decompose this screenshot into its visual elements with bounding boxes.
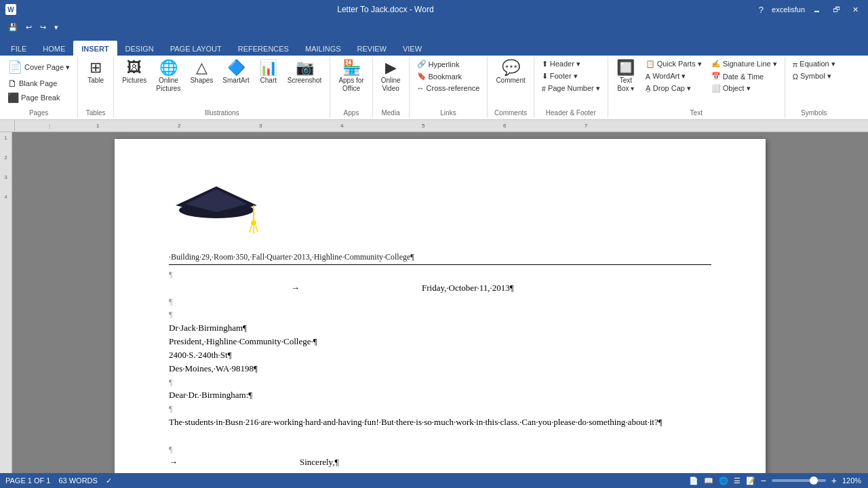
quick-parts-button[interactable]: 📋 Quick Parts ▾ [642,58,705,70]
signature-line-button[interactable]: ✍ Signature Line ▾ [708,58,781,70]
smartart-button[interactable]: 🔷 SmartArt [218,58,253,87]
smartart-icon: 🔷 [227,60,245,75]
wordart-button[interactable]: A WordArt ▾ [642,70,705,82]
tab-review[interactable]: REVIEW [349,41,395,56]
tab-insert[interactable]: INSERT [73,41,117,56]
para-line-2: ¶ [169,295,711,308]
spelling-icon[interactable]: ✓ [106,476,112,485]
pictures-button[interactable]: 🖼 Pictures [118,58,151,87]
restore-button[interactable]: 🗗 [829,4,844,15]
graduation-cap-image [169,180,711,245]
date-text: Friday,·October·11,·2013¶ [422,281,514,295]
title-bar: W Letter To Jack.docx - Word ? excelisfu… [0,0,868,19]
chart-button[interactable]: 📊 Chart [255,58,282,87]
print-layout-icon[interactable]: 📄 [689,476,698,485]
header-address-line: ·Building·29,·Room·350,·Fall·Quarter·201… [169,250,711,266]
zoom-in-button[interactable]: + [831,475,837,486]
apps-for-office-icon: 🏪 [342,60,361,75]
media-group-label: Media [381,108,399,117]
header-icon: ⬆ [542,60,548,68]
object-button[interactable]: ⬜ Object ▾ [708,83,781,94]
shapes-button[interactable]: △ Shapes [186,58,217,87]
screenshot-button[interactable]: 📷 Screenshot [283,58,326,87]
pages-group-label: Pages [29,108,48,117]
page-number-icon: # [542,85,546,93]
document-area[interactable]: ·Building·29,·Room·350,·Fall·Quarter·201… [12,132,868,473]
symbol-icon: Ω [793,73,798,81]
screenshot-icon: 📷 [296,60,314,75]
apps-for-office-button[interactable]: 🏪 Apps forOffice [334,58,368,95]
hyperlink-icon: 🔗 [417,60,427,68]
ribbon-group-header-footer: ⬆ Header ▾ ⬇ Footer ▾ # Page Number ▾ He… [534,57,608,118]
tab-view[interactable]: VIEW [395,41,430,56]
equation-button[interactable]: π Equation ▾ [789,58,839,70]
date-time-icon: 📅 [711,72,721,81]
qat-redo[interactable]: ↪ [37,22,49,33]
status-bar: PAGE 1 OF 1 63 WORDS ✓ 📄 📖 🌐 ☰ 📝 − + 120… [0,473,868,488]
cover-page-button[interactable]: 📄 Cover Page ▾ [4,58,73,76]
account-name[interactable]: excelisfun [772,5,805,14]
tab-references[interactable]: REFERENCES [230,41,297,56]
zoom-level[interactable]: 120% [842,476,863,485]
drop-cap-button[interactable]: A̤ Drop Cap ▾ [642,83,705,94]
recipient-address2: Des·Moines,·WA·98198¶ [169,362,711,375]
page-break-button[interactable]: ⬛ Page Break [4,91,73,104]
online-video-button[interactable]: ▶ OnlineVideo [377,58,405,95]
footer-button[interactable]: ⬇ Footer ▾ [538,70,604,82]
svg-line-4 [250,226,252,232]
recipient-address1: 2400·S.·240th·St¶ [169,348,711,362]
tab-file[interactable]: FILE [3,41,35,56]
bookmark-button[interactable]: 🔖 Bookmark [414,70,484,82]
draft-icon[interactable]: 📝 [746,476,755,485]
links-group-label: Links [440,108,456,117]
table-icon: ⊞ [90,60,102,75]
tab-design[interactable]: DESIGN [117,41,162,56]
chart-icon: 📊 [259,60,277,75]
svg-line-6 [256,226,258,232]
comment-icon: 💬 [502,60,520,75]
zoom-out-button[interactable]: − [761,475,766,486]
qat-undo[interactable]: ↩ [23,22,35,33]
date-time-button[interactable]: 📅 Date & Time [708,70,781,82]
comment-button[interactable]: 💬 Comment [492,58,529,87]
page-number-button[interactable]: # Page Number ▾ [538,83,604,94]
tab-page-layout[interactable]: PAGE LAYOUT [162,41,230,56]
ribbon-group-comments: 💬 Comment Comments [488,57,534,118]
header-button[interactable]: ⬆ Header ▾ [538,58,604,70]
para-line-5: ¶ [169,402,711,415]
table-button[interactable]: ⊞ Table [82,58,109,87]
web-layout-icon[interactable]: 🌐 [719,476,728,485]
graduation-cap-svg [169,180,264,241]
quick-access-toolbar: 💾 ↩ ↪ ▾ [0,19,868,35]
tab-home[interactable]: HOME [35,41,73,56]
text-box-button[interactable]: 🔲 TextBox ▾ [612,58,639,95]
qat-customize[interactable]: ▾ [52,22,61,33]
outline-icon[interactable]: ☰ [734,476,741,485]
hyperlink-button[interactable]: 🔗 Hyperlink [414,58,484,70]
title-bar-title: Letter To Jack.docx - Word [16,5,755,14]
salutation-line: Dear·Dr.·Birmingham:¶ [169,388,711,402]
ribbon-group-pages: 📄 Cover Page ▾ 🗋 Blank Page ⬛ Page Break… [0,57,78,118]
blank-page-button[interactable]: 🗋 Blank Page [4,77,73,90]
read-mode-icon[interactable]: 📖 [704,476,713,485]
horizontal-ruler: | 1 2 3 4 5 6 7 [15,120,868,131]
qat-save[interactable]: 💾 [5,22,20,33]
help-button[interactable]: ? [755,3,768,16]
ribbon-group-tables: ⊞ Table Tables [78,57,114,118]
zoom-slider[interactable] [772,479,826,482]
recipient-title: President,·Highline·Community·College·¶ [169,335,711,348]
title-bar-controls: ? excelisfun 🗕 🗗 ✕ [755,3,863,16]
online-pictures-button[interactable]: 🌐 OnlinePictures [152,58,184,95]
close-button[interactable]: ✕ [848,4,863,16]
minimize-button[interactable]: 🗕 [809,4,825,15]
tab-arrow-1: → [291,281,300,295]
header-address-text: ·Building·29,·Room·350,·Fall·Quarter·201… [169,252,414,262]
svg-point-3 [251,220,256,226]
symbol-button[interactable]: Ω Symbol ▾ [789,70,839,82]
zoom-thumb[interactable] [810,476,818,485]
cross-reference-button[interactable]: ↔ Cross-reference [414,83,484,94]
ribbon-group-text: 🔲 TextBox ▾ 📋 Quick Parts ▾ A WordArt ▾ … [608,57,785,118]
wordart-icon: A [646,73,650,81]
tab-mailings[interactable]: MAILINGS [297,41,349,56]
online-video-icon: ▶ [385,60,397,75]
